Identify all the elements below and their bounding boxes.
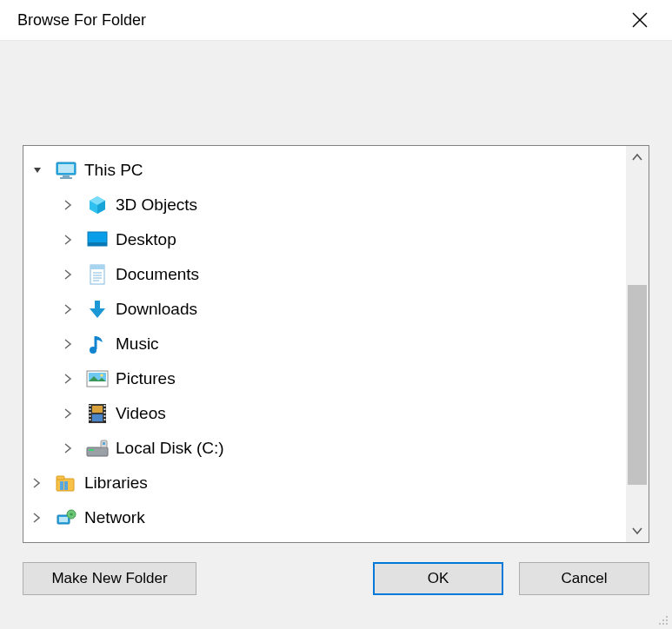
tree-item-label: 3D Objects: [116, 195, 197, 215]
chevron-down-icon[interactable]: [32, 165, 53, 175]
svg-rect-3: [58, 164, 74, 173]
svg-rect-25: [90, 412, 91, 414]
svg-rect-26: [90, 415, 91, 417]
chevron-right-icon[interactable]: [63, 235, 84, 245]
folder-tree-container: This PC 3D Objects: [23, 145, 649, 543]
svg-rect-27: [90, 419, 91, 420]
tree-item-label: Libraries: [84, 473, 148, 493]
tree-item-label: Desktop: [116, 230, 176, 249]
svg-point-48: [662, 623, 664, 625]
chevron-right-icon[interactable]: [63, 304, 84, 314]
tree-item-desktop[interactable]: Desktop: [23, 222, 649, 257]
svg-point-45: [662, 619, 664, 621]
svg-rect-32: [104, 419, 106, 420]
svg-rect-20: [92, 414, 103, 421]
desktop-icon: [84, 228, 110, 252]
ok-button[interactable]: OK: [373, 562, 503, 595]
tree-item-label: Videos: [116, 404, 166, 423]
scroll-down-button[interactable]: [626, 520, 649, 542]
chevron-right-icon[interactable]: [63, 339, 84, 349]
svg-rect-39: [60, 481, 63, 490]
network-icon: [53, 506, 79, 530]
title-bar: Browse For Folder: [0, 0, 672, 40]
downloads-icon: [84, 297, 110, 321]
svg-point-46: [666, 619, 668, 621]
tree-item-label: Network: [84, 508, 145, 527]
chevron-up-icon: [632, 153, 642, 162]
tree-item-label: This PC: [84, 161, 143, 180]
3d-objects-icon: [84, 193, 110, 217]
this-pc-icon: [53, 158, 79, 182]
svg-rect-30: [104, 412, 106, 414]
svg-rect-36: [103, 442, 105, 445]
svg-rect-7: [88, 242, 107, 246]
tree-item-label: Music: [116, 334, 159, 354]
svg-rect-33: [87, 447, 108, 456]
pictures-icon: [84, 367, 110, 391]
svg-rect-29: [104, 408, 106, 410]
tree-item-libraries[interactable]: Libraries: [23, 466, 649, 500]
chevron-right-icon[interactable]: [32, 478, 53, 488]
tree-item-label: Local Disk (C:): [116, 439, 224, 458]
dialog-body: This PC 3D Objects: [0, 40, 672, 629]
tree-item-network[interactable]: Network: [23, 500, 649, 535]
svg-rect-40: [64, 481, 68, 490]
videos-icon: [84, 401, 110, 426]
svg-point-17: [100, 374, 103, 376]
close-icon: [632, 12, 648, 28]
music-icon: [84, 332, 110, 356]
close-button[interactable]: [625, 9, 655, 31]
scroll-up-button[interactable]: [626, 146, 649, 169]
window-title: Browse For Folder: [17, 11, 146, 30]
svg-point-49: [666, 623, 668, 625]
svg-rect-31: [104, 415, 106, 417]
tree-item-local-disk-c[interactable]: Local Disk (C:): [23, 431, 649, 466]
chevron-right-icon[interactable]: [63, 269, 84, 280]
chevron-right-icon[interactable]: [63, 200, 84, 210]
svg-point-47: [659, 623, 661, 625]
svg-rect-19: [92, 406, 103, 413]
tree-item-music[interactable]: Music: [23, 327, 649, 361]
chevron-right-icon[interactable]: [63, 374, 84, 384]
resize-grip[interactable]: [656, 613, 670, 627]
svg-rect-38: [57, 476, 64, 480]
tree-item-this-pc[interactable]: This PC: [23, 153, 649, 188]
chevron-right-icon[interactable]: [32, 513, 53, 523]
tree-item-pictures[interactable]: Pictures: [23, 361, 649, 396]
vertical-scrollbar[interactable]: [626, 146, 649, 542]
local-disk-icon: [84, 436, 110, 460]
tree-item-label: Pictures: [116, 369, 176, 388]
tree-item-label: Documents: [116, 265, 199, 284]
svg-rect-28: [104, 405, 106, 407]
svg-rect-9: [90, 265, 104, 269]
tree-item-documents[interactable]: Documents: [23, 257, 649, 292]
tree-item-videos[interactable]: Videos: [23, 396, 649, 431]
make-new-folder-button[interactable]: Make New Folder: [23, 562, 196, 595]
svg-rect-24: [90, 408, 91, 410]
chevron-right-icon[interactable]: [63, 408, 84, 419]
svg-rect-42: [59, 517, 68, 522]
dialog-buttons: Make New Folder OK Cancel: [23, 562, 649, 595]
svg-rect-23: [90, 405, 91, 407]
svg-rect-34: [89, 449, 94, 451]
svg-point-14: [90, 347, 96, 354]
folder-tree[interactable]: This PC 3D Objects: [23, 146, 649, 542]
svg-rect-4: [63, 175, 70, 177]
svg-rect-5: [60, 177, 72, 179]
tree-item-downloads[interactable]: Downloads: [23, 292, 649, 327]
tree-item-3d-objects[interactable]: 3D Objects: [23, 188, 649, 222]
chevron-right-icon[interactable]: [63, 443, 84, 454]
libraries-icon: [53, 471, 79, 495]
cancel-button[interactable]: Cancel: [519, 562, 649, 595]
svg-point-44: [666, 616, 668, 618]
tree-item-label: Downloads: [116, 300, 197, 319]
chevron-down-icon: [632, 526, 642, 535]
scroll-thumb[interactable]: [628, 285, 647, 485]
documents-icon: [84, 262, 110, 287]
